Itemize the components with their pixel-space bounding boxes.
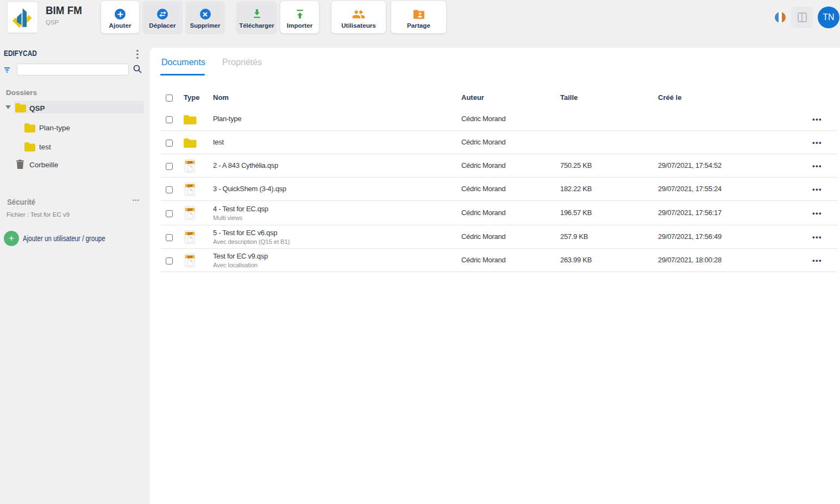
svg-text:QSP: QSP: [187, 256, 193, 259]
svg-text:QSP: QSP: [187, 185, 193, 187]
svg-text:QSP: QSP: [187, 161, 193, 164]
svg-text:QSP: QSP: [187, 232, 193, 235]
svg-text:QSP: QSP: [187, 209, 193, 211]
